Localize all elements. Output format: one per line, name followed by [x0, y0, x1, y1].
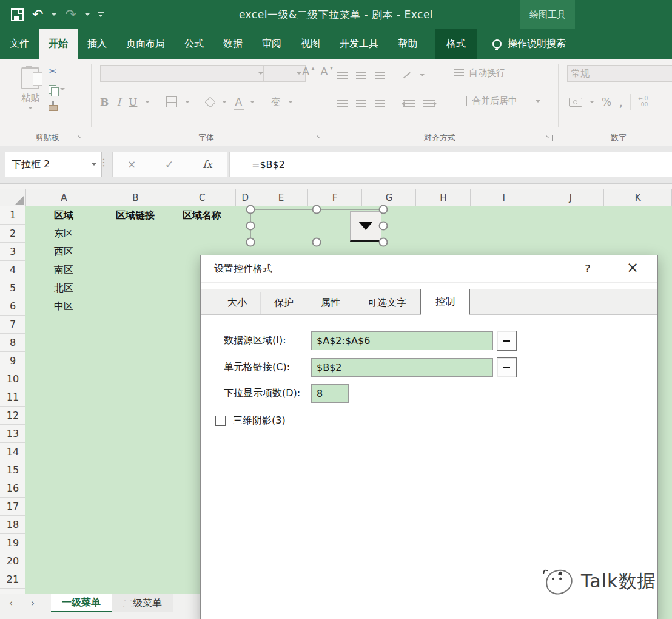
input-range-select-button[interactable] — [497, 331, 517, 351]
selection-handle-middle-right[interactable] — [379, 222, 388, 231]
italic-button[interactable]: I — [116, 96, 121, 108]
borders-icon[interactable] — [166, 96, 177, 107]
merge-dropdown-icon[interactable] — [536, 100, 540, 103]
selection-handle-middle-left[interactable] — [246, 222, 255, 231]
dialog-tab-control[interactable]: 控制 — [420, 289, 470, 315]
customize-qat-icon[interactable] — [98, 12, 104, 17]
sheet-tab-level2[interactable]: 二级菜单 — [112, 594, 173, 612]
tab-view[interactable]: 视图 — [291, 29, 330, 59]
region-cell[interactable]: 北区 — [25, 279, 102, 297]
tab-formulas[interactable]: 公式 — [175, 29, 213, 59]
alignment-dialog-launcher[interactable] — [546, 135, 553, 141]
save-icon[interactable] — [11, 8, 24, 21]
cell-link-select-button[interactable] — [497, 357, 517, 377]
row-header[interactable]: 16 — [0, 479, 25, 498]
cell-A1[interactable]: 区域 — [25, 206, 102, 225]
row-header[interactable]: 10 — [0, 370, 25, 388]
selection-handle-top-left[interactable] — [246, 205, 255, 214]
percent-style-icon[interactable]: % — [602, 96, 611, 108]
row-header[interactable]: 11 — [0, 388, 25, 407]
column-header[interactable]: I — [471, 189, 537, 206]
comma-style-icon[interactable]: , — [619, 95, 623, 110]
merge-center-label[interactable]: 合并后居中 — [472, 95, 517, 107]
column-header[interactable]: D — [236, 189, 255, 206]
dropdown-button[interactable] — [350, 211, 381, 242]
dialog-tab-protection[interactable]: 保护 — [261, 292, 307, 314]
font-color-dropdown-icon[interactable] — [250, 101, 255, 103]
dialog-tab-properties[interactable]: 属性 — [307, 292, 354, 314]
row-header[interactable]: 1 — [0, 206, 25, 225]
font-name-combo[interactable] — [100, 65, 267, 82]
row-header[interactable]: 20 — [0, 552, 25, 570]
column-header[interactable]: K — [604, 189, 672, 206]
row-header[interactable]: 22 — [0, 589, 25, 594]
cell-link-field[interactable]: $B$2 — [311, 358, 493, 377]
tab-help[interactable]: 帮助 — [388, 29, 427, 59]
clipboard-dialog-launcher[interactable] — [78, 135, 84, 141]
row-header[interactable]: 9 — [0, 352, 25, 370]
tab-file[interactable]: 文件 — [0, 29, 39, 59]
column-header[interactable]: J — [537, 189, 604, 206]
format-painter-icon[interactable] — [49, 105, 58, 111]
underline-dropdown-icon[interactable] — [145, 101, 150, 103]
align-right-icon[interactable] — [375, 100, 385, 107]
tab-format-contextual[interactable]: 格式 — [435, 29, 477, 59]
font-dialog-launcher[interactable] — [317, 135, 323, 141]
selection-handle-bottom-middle[interactable] — [312, 238, 321, 247]
cell-C1[interactable]: 区域名称 — [169, 206, 235, 225]
increase-font-icon[interactable]: A▴ — [302, 65, 314, 78]
row-header[interactable]: 6 — [0, 297, 25, 316]
tell-me-box[interactable]: 操作说明搜索 — [477, 29, 672, 59]
wrap-text-label[interactable]: 自动换行 — [469, 67, 505, 79]
font-size-combo[interactable] — [263, 65, 306, 82]
row-header[interactable]: 18 — [0, 516, 25, 534]
borders-dropdown-icon[interactable] — [185, 101, 190, 103]
column-header[interactable]: G — [362, 189, 416, 206]
close-icon[interactable]: × — [622, 259, 643, 277]
cut-icon[interactable]: ✂ — [49, 67, 56, 76]
align-top-icon[interactable] — [337, 72, 348, 79]
underline-button[interactable]: U — [129, 96, 137, 108]
column-header[interactable]: A — [26, 189, 102, 206]
row-header[interactable]: 5 — [0, 279, 25, 297]
cancel-icon[interactable]: × — [127, 158, 136, 171]
row-header[interactable]: 21 — [0, 570, 25, 589]
number-format-combo[interactable]: 常规 — [567, 65, 672, 82]
shading-checkbox[interactable] — [215, 416, 226, 426]
orientation-dropdown-icon[interactable] — [420, 74, 425, 76]
name-box[interactable]: 下拉框 2 — [5, 152, 102, 177]
row-header[interactable]: 4 — [0, 261, 25, 279]
increase-indent-icon[interactable] — [423, 100, 435, 107]
region-cell[interactable]: 南区 — [25, 261, 102, 279]
align-bottom-icon[interactable] — [375, 72, 385, 79]
tab-data[interactable]: 数据 — [213, 29, 252, 59]
column-header[interactable]: F — [308, 189, 363, 206]
help-icon[interactable]: ? — [579, 260, 597, 277]
region-cell[interactable]: 西区 — [25, 243, 102, 261]
row-header[interactable]: 15 — [0, 461, 25, 479]
column-header[interactable]: C — [169, 189, 236, 206]
tab-developer[interactable]: 开发工具 — [330, 29, 388, 59]
orientation-icon[interactable] — [403, 72, 411, 79]
align-left-icon[interactable] — [337, 100, 348, 107]
increase-decimal-icon[interactable]: ←.0 — [638, 95, 648, 101]
selection-handle-top-middle[interactable] — [312, 205, 321, 214]
dropdown-lines-field[interactable]: 8 — [311, 384, 349, 403]
next-sheet-icon[interactable]: › — [22, 594, 44, 612]
selection-handle-bottom-right[interactable] — [379, 238, 388, 247]
undo-icon[interactable]: ↶ — [32, 8, 43, 21]
column-header[interactable]: H — [416, 189, 471, 206]
decrease-decimal-icon[interactable]: .00 — [639, 101, 648, 107]
bold-button[interactable]: B — [100, 96, 109, 108]
selection-handle-top-right[interactable] — [379, 205, 388, 214]
prev-sheet-icon[interactable]: ‹ — [0, 594, 22, 612]
tab-home[interactable]: 开始 — [39, 29, 78, 59]
insert-function-icon[interactable]: fx — [203, 158, 212, 171]
tab-insert[interactable]: 插入 — [78, 29, 116, 59]
region-cell[interactable]: 中区 — [25, 297, 102, 316]
formula-bar-grip-icon[interactable]: ⋮ — [99, 157, 107, 168]
row-header[interactable]: 3 — [0, 243, 25, 261]
row-header[interactable]: 8 — [0, 334, 25, 352]
row-header[interactable]: 7 — [0, 316, 25, 334]
copy-icon[interactable] — [49, 85, 56, 94]
